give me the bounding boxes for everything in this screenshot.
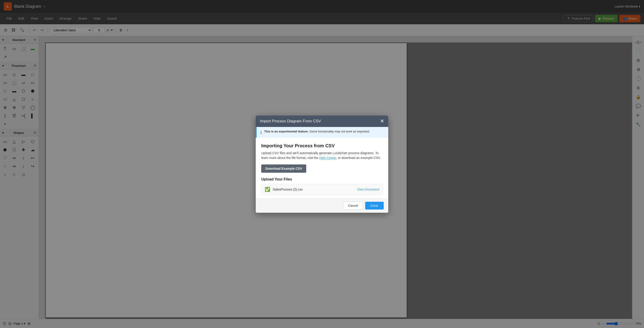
upload-title: Upload Your Files — [261, 177, 383, 181]
info-bold-text: This is an experimental feature. — [264, 130, 308, 133]
done-button[interactable]: Done — [365, 202, 384, 209]
download-example-csv-button[interactable]: Download Example CSV — [261, 164, 306, 173]
info-text: This is an experimental feature. Some fu… — [264, 130, 370, 133]
file-success-icon: ✅ — [265, 187, 270, 192]
help-center-link[interactable]: Help Center — [319, 156, 336, 160]
info-icon: ℹ — [260, 130, 262, 135]
cancel-button[interactable]: Cancel — [343, 202, 363, 209]
dialog-import-title: Importing Your Process from CSV — [261, 143, 383, 148]
dialog-description: Upload CSV files and we'll automatically… — [261, 151, 383, 160]
import-csv-dialog: Import Process Diagram From CSV ✕ ℹ This… — [256, 116, 388, 213]
dialog-info-bar: ℹ This is an experimental feature. Some … — [256, 127, 388, 138]
dialog-title: Import Process Diagram From CSV — [260, 119, 321, 124]
file-name-label: SalesProcess (2).csv — [273, 188, 355, 191]
dialog-close-button[interactable]: ✕ — [380, 119, 384, 124]
dialog-header: Import Process Diagram From CSV ✕ — [256, 116, 388, 127]
dialog-body: Importing Your Process from CSV Upload C… — [256, 138, 388, 198]
modal-overlay[interactable]: Import Process Diagram From CSV ✕ ℹ This… — [0, 0, 644, 328]
view-document-link[interactable]: View Document — [357, 188, 379, 191]
dialog-footer: Cancel Done — [256, 198, 388, 213]
uploaded-file-row: ✅ SalesProcess (2).csv View Document — [261, 184, 383, 195]
